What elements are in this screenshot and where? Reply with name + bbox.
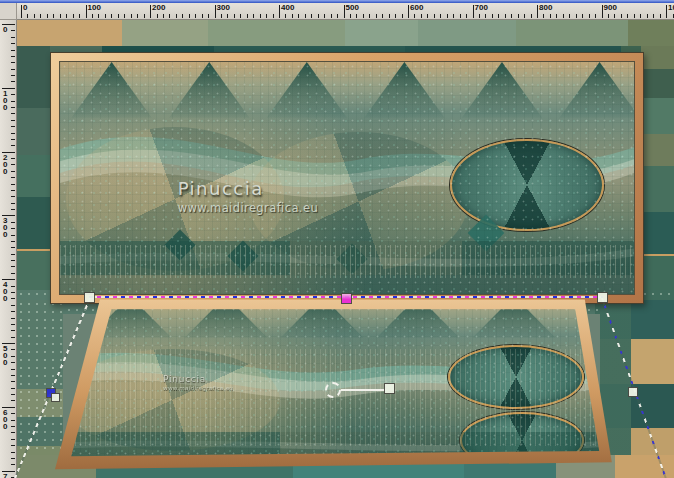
ruler-tick: [60, 14, 61, 18]
ruler-tick: [511, 14, 512, 18]
ruler-tick: [240, 14, 241, 18]
ruler-tick: [11, 337, 15, 338]
ruler-label: 100: [88, 4, 101, 12]
ruler-tick: [11, 311, 15, 312]
ruler-tick: [137, 14, 138, 18]
ruler-tick: [556, 14, 557, 18]
handle-top-middle[interactable]: [341, 293, 352, 304]
ruler-tick: [111, 14, 112, 18]
ruler-tick: [569, 14, 570, 18]
ruler-tick: [27, 14, 28, 18]
ruler-tick: [11, 413, 15, 414]
ruler-tick: [98, 14, 99, 18]
ruler-tick: [11, 126, 15, 127]
ruler-label: 0: [3, 26, 7, 33]
ruler-tick: [11, 305, 15, 306]
ruler-tick: [11, 464, 15, 465]
ruler-tick: [11, 209, 15, 210]
ruler-label: 300: [217, 4, 230, 12]
ruler-tick: [11, 381, 15, 382]
ruler-tick: [47, 14, 48, 18]
ruler-tick: [11, 318, 15, 319]
pinstripe-texture: [40, 349, 640, 446]
ruler-tick: [466, 14, 467, 18]
ruler-tick: [21, 5, 22, 18]
ruler-label: 700: [3, 473, 7, 478]
ruler-tick: [331, 14, 332, 18]
ruler-tick: [337, 14, 338, 18]
ruler-tick: [11, 62, 15, 63]
ruler-tick: [563, 14, 564, 18]
ruler-tick: [234, 14, 235, 18]
ruler-tick: [305, 14, 306, 18]
ruler-tick: [408, 5, 409, 18]
ruler-tick: [492, 14, 493, 18]
vertical-ruler[interactable]: 0100200300400500600700: [0, 20, 17, 478]
image-canvas[interactable]: Pinuccia www.maidiregrafica.eu: [17, 20, 674, 478]
ruler-tick: [253, 14, 254, 18]
ruler-tick: [273, 14, 274, 18]
ruler-tick: [285, 14, 286, 18]
ruler-tick: [543, 14, 544, 18]
ruler-label: 200: [152, 4, 165, 12]
ruler-tick: [660, 14, 661, 18]
ruler-tick: [11, 94, 15, 95]
bg-patch-right-strip: [641, 46, 674, 306]
ruler-tick: [292, 14, 293, 18]
ruler-tick: [363, 14, 364, 18]
ruler-tick: [376, 14, 377, 18]
ruler-tick: [653, 14, 654, 18]
rotation-pivot-icon[interactable]: [325, 382, 341, 398]
horizontal-ruler[interactable]: 01002003004005006007008009001000: [17, 3, 674, 20]
distorted-copy[interactable]: Pinuccia www.maidiregrafica.eu: [40, 296, 640, 472]
ruler-tick: [447, 14, 448, 18]
ruler-label: 600: [410, 4, 423, 12]
ruler-tick: [182, 14, 183, 18]
ruler-tick: [92, 14, 93, 18]
ruler-tick: [131, 14, 132, 18]
ruler-tick: [11, 113, 15, 114]
ruler-corner: [0, 3, 17, 20]
bg-patch-top-band: [17, 20, 674, 46]
ruler-tick: [11, 158, 15, 159]
handle-top-left[interactable]: [84, 292, 95, 303]
ruler-tick: [11, 43, 15, 44]
ruler-tick: [266, 14, 267, 18]
ruler-tick: [11, 101, 15, 102]
ruler-tick: [11, 420, 15, 421]
ruler-tick: [318, 14, 319, 18]
ruler-tick: [227, 14, 228, 18]
ruler-tick: [11, 388, 15, 389]
ruler-label: 300: [3, 217, 7, 238]
ruler-tick: [53, 14, 54, 18]
ruler-tick: [344, 5, 345, 18]
ruler-tick: [11, 375, 15, 376]
ruler-label: 200: [3, 154, 7, 175]
ruler-tick: [505, 14, 506, 18]
ruler-tick: [247, 14, 248, 18]
ruler-tick: [634, 14, 635, 18]
artwork-url: www.maidiregrafica.eu: [163, 385, 233, 392]
ruler-tick: [163, 14, 164, 18]
ruler-tick: [279, 5, 280, 18]
ruler-label: 100: [3, 90, 7, 111]
handle-middle-left[interactable]: [51, 393, 60, 402]
handle-middle-right[interactable]: [628, 387, 638, 397]
ruler-tick: [640, 14, 641, 18]
ruler-tick: [260, 14, 261, 18]
ruler-label: 600: [3, 409, 7, 430]
ruler-tick: [105, 14, 106, 18]
handle-rotation[interactable]: [384, 383, 395, 394]
ruler-tick: [311, 14, 312, 18]
ruler-tick: [595, 14, 596, 18]
handle-top-right[interactable]: [597, 292, 608, 303]
ruler-label: 400: [281, 4, 294, 12]
ruler-tick: [11, 426, 15, 427]
ruler-tick: [66, 14, 67, 18]
ruler-tick: [144, 14, 145, 18]
ruler-tick: [440, 14, 441, 18]
ruler-tick: [11, 286, 15, 287]
ruler-tick: [473, 5, 474, 18]
ruler-tick: [11, 81, 15, 82]
ruler-tick: [11, 273, 15, 274]
